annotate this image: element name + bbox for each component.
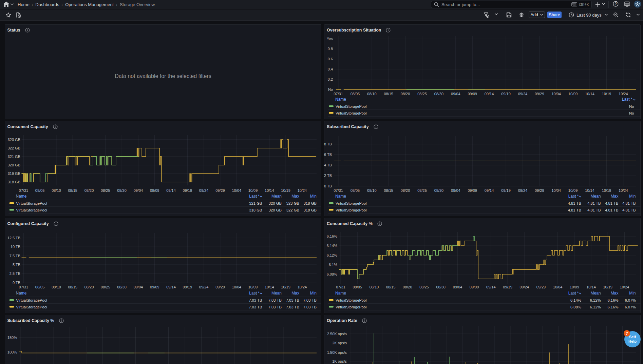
- svg-text:?: ?: [614, 2, 617, 6]
